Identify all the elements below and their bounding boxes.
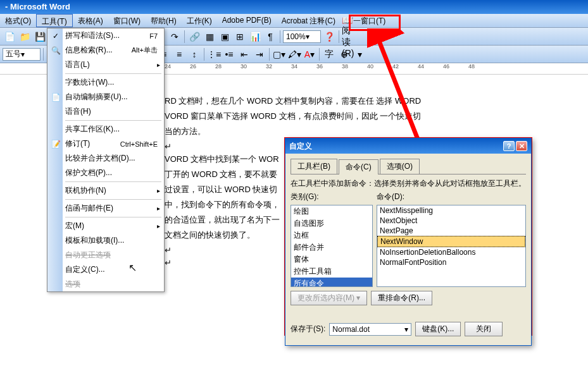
cursor-icon: ↖ [128,262,137,274]
menu-compare-merge[interactable]: 比较并合并文档(D)... [47,151,164,166]
font-color-button[interactable]: A▾ [303,47,316,61]
bullet-list-button[interactable]: •≡ [222,47,236,61]
menu-shared-workspace[interactable]: 共享工作区(K)... [47,122,164,137]
dialog-help-button[interactable]: ? [503,141,515,151]
toolbar-btn[interactable]: ↕ [187,47,201,61]
category-label: 类别(G): [291,192,373,202]
redo-button[interactable]: ↷ [168,30,182,44]
outdent-button[interactable]: ⇤ [237,47,251,61]
menu-track-changes[interactable]: 📝修订(T)Ctrl+Shift+E [47,137,164,151]
arrow-icon: ▸ [157,61,160,68]
toolbar-btn[interactable]: 💾 [33,30,47,44]
save-in-combo[interactable]: Normal.dot▾ [329,323,411,336]
annotation-box-next-window [349,15,401,31]
close-button[interactable]: 关闭 [465,322,503,336]
menu-online-collab[interactable]: 联机协作(N)▸ [47,183,164,198]
menu-speech[interactable]: 语音(H) [47,104,164,119]
font-size-combo[interactable]: 五号 ▾ [3,48,41,61]
indent-button[interactable]: ⇥ [253,47,266,61]
tab-commands[interactable]: 命令(C) [339,159,378,174]
search-icon: 🔍 [51,46,61,56]
dialog-close-button[interactable]: ✕ [516,141,527,151]
toolbar-btn[interactable]: 📊 [248,30,262,44]
list-item[interactable]: 绘图 [291,205,372,217]
list-item[interactable]: NoInsertionDeletionBalloons [377,247,525,257]
toolbar-btn[interactable]: ▦ [203,30,216,44]
menu-wordcount[interactable]: 字数统计(W)... [47,75,164,90]
list-item[interactable]: 控件工具箱 [291,266,372,278]
menu-autocorrect[interactable]: 自动更正选项 [47,248,164,262]
toolbar-btn[interactable]: 字 [322,47,336,61]
list-item-selected[interactable]: 所有命令 [291,278,372,287]
menu-work[interactable]: 工作(K) [182,14,217,27]
toolbar-btn[interactable]: ⊞ [233,30,247,44]
arrow-icon: ▸ [157,205,160,212]
menu-tools[interactable]: 工具(T) [36,14,72,27]
list-item[interactable]: 边框 [291,229,372,242]
command-listbox[interactable]: NextMisspelling NextObject NextPage Next… [377,205,526,287]
menu-protect-doc[interactable]: 保护文档(P)... [47,166,164,180]
menu-spellcheck[interactable]: ✓拼写和语法(S)...F7 [47,28,164,43]
dialog-instructions: 在工具栏中添加新命令：选择类别并将命令从此对话框拖放至工具栏。 [291,178,526,189]
toolbar-btn[interactable]: ▾ [353,47,366,61]
category-listbox[interactable]: 绘图 自选图形 边框 邮件合并 窗体 控件工具箱 所有命令 宏 字体 自动图文集… [291,205,373,287]
doc-icon: 📄 [51,92,61,102]
menu-research[interactable]: 🔍信息检索(R)...Alt+单击 [47,43,164,58]
menu-macro[interactable]: 宏(M)▸ [47,219,164,233]
doc-line: RD 文档时，想在几个 WORD 文档中复制内容，需要在任 选择 WORD [165,94,531,109]
toolbar-btn[interactable]: ▣ [218,30,232,44]
customize-dialog: 自定义 ? ✕ 工具栏(B) 命令(C) 选项(O) 在工具栏中添加新命令：选择… [285,138,532,346]
list-item[interactable]: 窗体 [291,254,372,266]
keyboard-button[interactable]: 键盘(K)... [415,322,461,336]
zoom-combo[interactable]: 100% ▾ [283,30,321,43]
toolbar-btn[interactable]: 📁 [18,30,32,44]
toolbar-btn[interactable]: ⊕ [337,47,351,61]
number-list-button[interactable]: ⋮≡ [207,47,221,61]
check-icon: ✓ [51,31,61,41]
toolbar-btn[interactable]: ¶ [263,30,277,44]
tab-options[interactable]: 选项(O) [380,159,420,174]
list-item[interactable]: NextObject [377,216,525,226]
menu-table[interactable]: 表格(A) [73,14,108,27]
command-label: 命令(D): [377,192,526,202]
help-button[interactable]: ❓ [322,30,336,44]
list-item[interactable]: NormalFontPosition [377,257,525,267]
modify-selection-button[interactable]: 更改所选内容(M) ▾ [291,291,367,305]
menu-customize[interactable]: 自定义(C)... [47,262,164,277]
arrow-icon: ▸ [157,187,160,194]
highlight-button[interactable]: 🖍▾ [287,47,301,61]
list-item-highlighted[interactable]: NextWindow [377,236,525,247]
list-item[interactable]: 邮件合并 [291,242,372,254]
tools-dropdown-menu: ✓拼写和语法(S)...F7 🔍信息检索(R)...Alt+单击 语言(L)▸ … [47,28,165,292]
read-button[interactable]: 📖 阅读(R) [342,30,356,44]
doc-line: VORD 窗口菜单下选择 WORD 文档，有点浪费时间，因此 一个快速切 [165,109,531,124]
list-item[interactable]: 自选图形 [291,217,372,229]
menu-format[interactable]: 格式(O) [0,14,36,27]
align-justify-button[interactable]: ≡ [172,47,186,61]
dialog-tabs: 工具栏(B) 命令(C) 选项(O) [291,159,526,174]
menu-help[interactable]: 帮助(H) [146,14,182,27]
save-in-label: 保存于(S): [291,324,325,334]
menu-adobe-pdf[interactable]: Adobe PDF(B) [217,14,277,27]
arrow-icon: ▸ [157,223,160,229]
menu-autosummarize[interactable]: 📄自动编制摘要(U)... [47,90,164,104]
rearrange-commands-button[interactable]: 重排命令(R)... [371,291,432,305]
menu-language[interactable]: 语言(L)▸ [47,58,164,72]
toolbar-btn[interactable]: 🔗 [187,30,201,44]
menu-templates-addins[interactable]: 模板和加载项(I)... [47,233,164,248]
tab-toolbars[interactable]: 工具栏(B) [291,159,337,174]
dialog-titlebar: 自定义 ? ✕ [285,138,531,154]
border-button[interactable]: ▢▾ [272,47,286,61]
menu-bar: 格式(O) 工具(T) 表格(A) 窗口(W) 帮助(H) 工作(K) Adob… [0,14,588,28]
menu-options[interactable]: 选项 [47,277,164,291]
chevron-down-icon: ▾ [404,325,408,334]
list-item[interactable]: NextMisspelling [377,205,525,216]
menu-letters-mailings[interactable]: 信函与邮件(E)▸ [47,201,164,216]
menu-acrobat-comment[interactable]: Acrobat 注释(C) [277,14,341,27]
list-item[interactable]: NextPage [377,226,525,236]
edit-icon: 📝 [51,139,61,149]
title-bar: - Microsoft Word [0,0,588,14]
menu-window[interactable]: 窗口(W) [108,14,146,27]
toolbar-btn[interactable]: 📄 [3,30,16,44]
